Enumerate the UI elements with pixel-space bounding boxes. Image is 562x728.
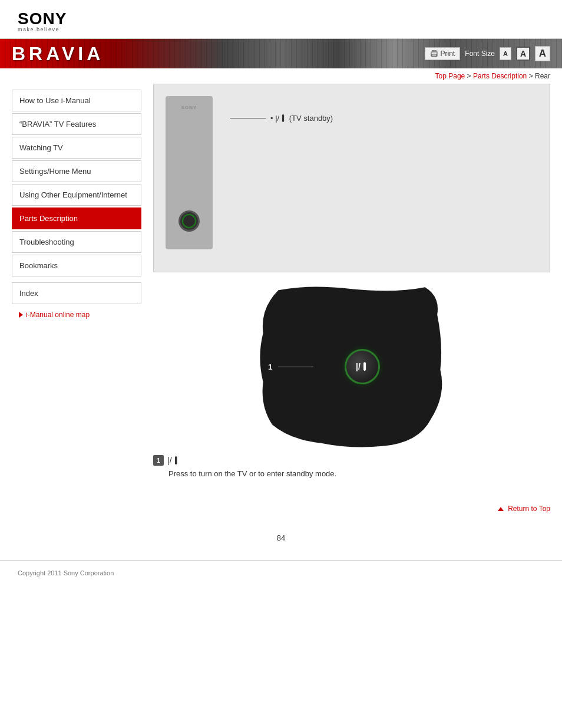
print-label: Print bbox=[441, 50, 455, 58]
return-top-link[interactable]: Return to Top bbox=[498, 505, 550, 513]
main-layout: How to Use i-Manual “BRAVIA” TV Features… bbox=[0, 84, 562, 528]
page-header: SONY make.believe bbox=[0, 0, 562, 39]
breadcrumb-sep1: > bbox=[467, 72, 473, 80]
print-icon bbox=[430, 50, 438, 58]
desc-number: 1 bbox=[153, 455, 164, 466]
sony-logo: SONY make.believe bbox=[18, 11, 544, 32]
description-section: 1 |/⏽ Press to turn on the TV or to ente… bbox=[153, 449, 550, 484]
bravia-title: BRAVIA bbox=[12, 43, 104, 65]
detail-callout-number: 1 bbox=[268, 363, 272, 371]
callout-line-standby: • |/⏽ (TV standby) bbox=[230, 114, 333, 123]
return-to-top: Return to Top bbox=[153, 496, 550, 516]
sony-text: SONY bbox=[18, 11, 544, 27]
sidebar-item-how-to-use[interactable]: How to Use i-Manual bbox=[12, 90, 141, 111]
detail-section: 1 |/⏽ 1 |/⏽ Press to turn on the TV or t… bbox=[153, 284, 550, 484]
desc-text: Press to turn on the TV or to enter stan… bbox=[153, 469, 550, 478]
font-large-button[interactable]: A bbox=[535, 46, 550, 61]
bravia-banner: BRAVIA Print Font Size A A A bbox=[0, 39, 562, 68]
print-button[interactable]: Print bbox=[425, 47, 461, 60]
tv-diagram: SONY • |/⏽ (TV standby) bbox=[153, 84, 550, 272]
svg-rect-1 bbox=[432, 50, 437, 52]
banner-controls: Print Font Size A A A bbox=[425, 46, 550, 61]
return-top-label: Return to Top bbox=[508, 505, 550, 513]
breadcrumb: Top Page > Parts Description > Rear bbox=[0, 68, 562, 84]
line-connector bbox=[230, 118, 266, 118]
arrow-icon bbox=[19, 312, 23, 318]
sidebar-item-troubleshooting[interactable]: Troubleshooting bbox=[12, 231, 141, 253]
copyright-text: Copyright 2011 Sony Corporation bbox=[18, 569, 114, 577]
breadcrumb-top-page[interactable]: Top Page bbox=[435, 72, 465, 80]
page-number: 84 bbox=[0, 528, 562, 548]
page-footer: Copyright 2011 Sony Corporation bbox=[0, 560, 562, 585]
font-size-label: Font Size bbox=[465, 50, 495, 58]
callout-standby-label: • |/⏽ (TV standby) bbox=[270, 114, 333, 123]
sidebar-online-map-link[interactable]: i-Manual online map bbox=[12, 306, 141, 324]
tv-sony-label: SONY bbox=[181, 105, 197, 110]
triangle-up-icon bbox=[498, 507, 504, 511]
font-medium-button[interactable]: A bbox=[516, 47, 530, 61]
breadcrumb-sep2: > bbox=[529, 72, 535, 80]
sidebar-item-using-other[interactable]: Using Other Equipment/Internet bbox=[12, 184, 141, 206]
font-small-button[interactable]: A bbox=[500, 47, 511, 60]
sidebar-item-index[interactable]: Index bbox=[12, 282, 141, 304]
detail-callout-line bbox=[278, 367, 313, 367]
desc-header: 1 |/⏽ bbox=[153, 455, 550, 466]
tv-power-inner bbox=[182, 214, 196, 228]
detail-power-symbol: |/⏽ bbox=[356, 362, 369, 371]
detail-power-button: |/⏽ bbox=[345, 349, 380, 384]
sidebar-item-parts-description[interactable]: Parts Description bbox=[12, 207, 141, 229]
sidebar-online-map-label: i-Manual online map bbox=[26, 311, 90, 319]
tv-body: SONY bbox=[166, 96, 213, 249]
content-area: SONY • |/⏽ (TV standby) bbox=[141, 84, 562, 528]
detail-image: 1 |/⏽ bbox=[257, 284, 446, 449]
tv-power-button bbox=[178, 210, 200, 232]
breadcrumb-parts-description[interactable]: Parts Description bbox=[473, 72, 527, 80]
sidebar-item-bravia-features[interactable]: “BRAVIA” TV Features bbox=[12, 113, 141, 135]
breadcrumb-current: Rear bbox=[535, 72, 550, 80]
diagram-callout: • |/⏽ (TV standby) bbox=[230, 96, 333, 123]
sidebar: How to Use i-Manual “BRAVIA” TV Features… bbox=[0, 84, 141, 528]
sidebar-item-settings-home[interactable]: Settings/Home Menu bbox=[12, 160, 141, 182]
right-panel: SONY • |/⏽ (TV standby) bbox=[141, 84, 562, 528]
desc-power-symbol: |/⏽ bbox=[167, 456, 180, 465]
sidebar-item-bookmarks[interactable]: Bookmarks bbox=[12, 255, 141, 276]
sony-tagline: make.believe bbox=[18, 27, 544, 32]
sidebar-item-watching-tv[interactable]: Watching TV bbox=[12, 137, 141, 159]
